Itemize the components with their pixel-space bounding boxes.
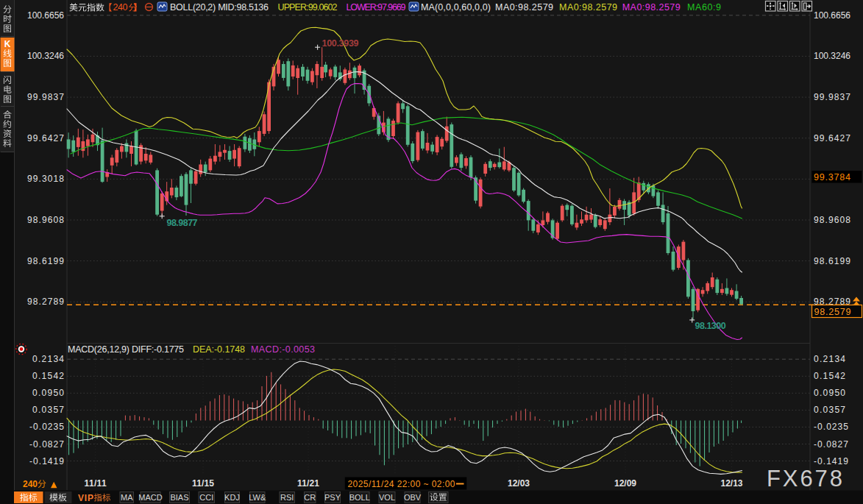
svg-text:98.9608: 98.9608 — [27, 215, 64, 225]
svg-text:98.9608: 98.9608 — [814, 215, 850, 225]
svg-text:100.6656: 100.6656 — [27, 10, 64, 21]
svg-text:LOWER:97.9669: LOWER:97.9669 — [347, 2, 406, 13]
svg-text:99.3784: 99.3784 — [814, 172, 850, 182]
svg-text:BOLL(20,2) MID:98.5136: BOLL(20,2) MID:98.5136 — [170, 2, 269, 13]
svg-text:0.0357: 0.0357 — [32, 405, 64, 415]
svg-text:MACD: MACD — [138, 493, 162, 502]
svg-text:12/09: 12/09 — [614, 478, 636, 489]
svg-text:0.0950: 0.0950 — [32, 388, 64, 398]
svg-text:98.6199: 98.6199 — [27, 256, 64, 266]
svg-text:0.1542: 0.1542 — [32, 371, 64, 381]
svg-text:11/21: 11/21 — [297, 478, 319, 489]
svg-text:12/03: 12/03 — [508, 478, 530, 489]
svg-text:240: 240 — [23, 479, 38, 489]
svg-text:98.6199: 98.6199 — [814, 256, 850, 266]
svg-text:UPPER:99.0602: UPPER:99.0602 — [278, 2, 338, 13]
svg-text:-0.0827: -0.0827 — [814, 439, 848, 450]
svg-text:240: 240 — [113, 2, 128, 13]
svg-text:99.6427: 99.6427 — [27, 133, 64, 143]
svg-text:100.3246: 100.3246 — [27, 51, 64, 61]
svg-text:0.0357: 0.0357 — [814, 405, 845, 415]
svg-text:0.1542: 0.1542 — [814, 371, 845, 381]
svg-text:100.3939: 100.3939 — [322, 38, 359, 49]
svg-text:98.9877: 98.9877 — [167, 218, 198, 228]
svg-text:99.9837: 99.9837 — [814, 92, 850, 102]
svg-text:VIP: VIP — [78, 493, 93, 503]
svg-text:100.6656: 100.6656 — [814, 10, 850, 21]
svg-text:MA0:98.2579: MA0:98.2579 — [559, 2, 617, 13]
svg-text:PSY: PSY — [324, 493, 341, 502]
svg-text:-0.0827: -0.0827 — [29, 439, 64, 450]
svg-text:11/15: 11/15 — [192, 478, 214, 489]
svg-text:-0.0235: -0.0235 — [814, 422, 848, 432]
svg-text:99.3018: 99.3018 — [27, 174, 64, 184]
svg-text:-0.1419: -0.1419 — [29, 456, 64, 466]
svg-text:2025/11/24 22:00 ~ 02:00: 2025/11/24 22:00 ~ 02:00 — [348, 479, 455, 489]
svg-text:MACD(26,12,9) DIFF:-0.1775: MACD(26,12,9) DIFF:-0.1775 — [68, 344, 184, 355]
svg-text:98.2579: 98.2579 — [814, 307, 851, 317]
svg-text:MA: MA — [121, 493, 133, 502]
svg-text:100.3246: 100.3246 — [814, 51, 850, 61]
svg-text:0.2134: 0.2134 — [32, 354, 64, 364]
svg-text:CCI: CCI — [199, 493, 213, 502]
svg-text:11/11: 11/11 — [85, 478, 107, 489]
svg-text:-0.0235: -0.0235 — [29, 422, 64, 432]
svg-text:98.2789: 98.2789 — [27, 297, 64, 307]
svg-text:OBV: OBV — [404, 493, 422, 502]
svg-text:0.0950: 0.0950 — [814, 388, 845, 398]
svg-text:MA0:98.2579: MA0:98.2579 — [495, 2, 553, 13]
svg-text:99.9837: 99.9837 — [27, 92, 64, 102]
svg-text:BIAS: BIAS — [170, 493, 188, 502]
svg-text:-0.1419: -0.1419 — [814, 456, 848, 466]
svg-text:MA0:98.2579: MA0:98.2579 — [622, 2, 681, 13]
svg-text:12/13: 12/13 — [721, 478, 743, 489]
svg-text:MACD:-0.0053: MACD:-0.0053 — [251, 344, 315, 355]
svg-text:0.2134: 0.2134 — [814, 354, 845, 364]
svg-text:VOL: VOL — [379, 493, 395, 502]
svg-text:BOLL: BOLL — [349, 493, 370, 502]
svg-text:CR: CR — [304, 493, 316, 502]
svg-text:FX678: FX678 — [767, 466, 842, 491]
svg-text:MA60:9: MA60:9 — [687, 2, 721, 13]
svg-text:99.6427: 99.6427 — [814, 133, 850, 143]
svg-text:LW&: LW& — [249, 493, 266, 502]
svg-text:KDJ: KDJ — [224, 493, 240, 502]
svg-text:DEA:-0.1748: DEA:-0.1748 — [193, 344, 245, 355]
svg-text:K: K — [4, 39, 11, 49]
svg-text:98.1300: 98.1300 — [695, 321, 726, 331]
svg-text:RSI: RSI — [280, 493, 294, 502]
svg-text:MA(0,0,0,60,0,0): MA(0,0,0,60,0,0) — [421, 2, 491, 13]
